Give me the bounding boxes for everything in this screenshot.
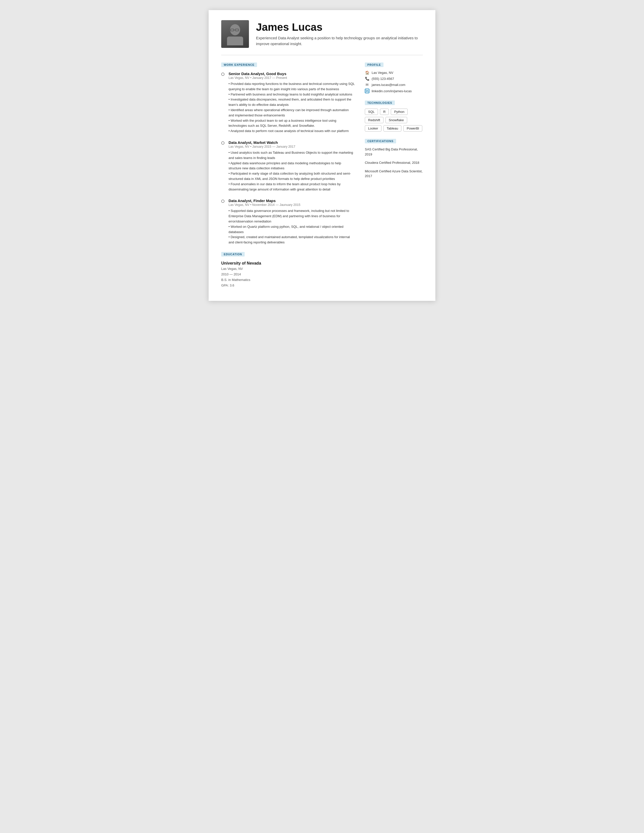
edu-years: 2010 — 2014 [221, 272, 355, 277]
linkedin-icon: in [365, 89, 369, 93]
technologies-section: TECHNOLOGIES SQLRPythonRedshiftSnowflake… [365, 100, 423, 132]
job-meta-1: Las Vegas, NV • January 2017 — Present [228, 76, 355, 80]
education-section: EDUCATION University of Nevada Las Vegas… [221, 252, 355, 288]
job-entry-1: Senior Data Analyst, Good Buys Las Vegas… [221, 72, 355, 134]
edu-degree: B.S. in Mathematics [221, 277, 355, 283]
job-title-1: Senior Data Analyst, Good Buys [228, 72, 355, 76]
tech-badge-looker: Looker [365, 125, 381, 132]
phone-icon: 📞 [365, 77, 369, 80]
svg-rect-1 [227, 37, 243, 45]
job-content-3: Data Analyst, Finder Maps Las Vegas, NV … [228, 199, 355, 245]
job-title-3: Data Analyst, Finder Maps [228, 199, 355, 203]
phone-text: (555) 123-4567 [372, 77, 394, 80]
cert-item: Microsoft Certified Azure Data Scientist… [365, 169, 423, 178]
candidate-tagline: Experienced Data Analyst seeking a posit… [256, 35, 423, 47]
location-text: Las Vegas, NV [372, 71, 393, 75]
candidate-name: James Lucas [256, 21, 423, 33]
certifications-label: CERTIFICATIONS [365, 139, 396, 143]
left-column: WORK EXPERIENCE Senior Data Analyst, Goo… [221, 62, 355, 288]
location-icon: 🏠 [365, 71, 369, 75]
avatar-image [221, 20, 249, 48]
job-bullet-col-2 [221, 140, 225, 192]
job-title-2: Data Analyst, Market Watch [228, 140, 355, 145]
job-content-2: Data Analyst, Market Watch Las Vegas, NV… [228, 140, 355, 192]
job-bullets-2: • Used analytics tools such as Tableau a… [228, 150, 355, 192]
tech-badge-tableau: Tableau [384, 125, 401, 132]
main-columns: WORK EXPERIENCE Senior Data Analyst, Goo… [221, 62, 423, 288]
avatar [221, 20, 249, 48]
tech-grid: SQLRPythonRedshiftSnowflakeLookerTableau… [365, 109, 423, 132]
job-bullets-1: • Provided data reporting functions to t… [228, 81, 355, 134]
job-bullet-col-3 [221, 199, 225, 245]
right-column: PROFILE 🏠 Las Vegas, NV 📞 (555) 123-4567… [365, 62, 423, 288]
job-entry-3: Data Analyst, Finder Maps Las Vegas, NV … [221, 199, 355, 245]
cert-item: SAS Certified Big Data Professional, 201… [365, 147, 423, 157]
tech-badge-sql: SQL [365, 109, 378, 115]
edu-school: University of Nevada [221, 261, 355, 265]
linkedin-text: linkedin.com/in/james-lucas [372, 89, 412, 93]
certifications-list: SAS Certified Big Data Professional, 201… [365, 147, 423, 178]
header-info: James Lucas Experienced Data Analyst see… [256, 21, 423, 47]
job-meta-2: Las Vegas, NV • January 2015 — January 2… [228, 145, 355, 148]
tech-badge-snowflake: Snowflake [385, 117, 407, 123]
tech-badge-redshift: Redshift [365, 117, 384, 123]
job-circle-1 [221, 72, 225, 76]
resume-paper: James Lucas Experienced Data Analyst see… [209, 10, 435, 301]
certifications-section: CERTIFICATIONS SAS Certified Big Data Pr… [365, 138, 423, 178]
technologies-label: TECHNOLOGIES [365, 101, 395, 105]
header-divider [221, 55, 423, 55]
cert-item: Cloudera Certified Professional, 2018 [365, 160, 423, 165]
tech-badge-r: R [380, 109, 389, 115]
education-label: EDUCATION [221, 252, 245, 257]
profile-email: ✉ james.lucas@mail.com [365, 83, 423, 87]
header: James Lucas Experienced Data Analyst see… [221, 20, 423, 48]
profile-label: PROFILE [365, 63, 384, 67]
job-bullets-3: • Supported data governance processes an… [228, 208, 355, 245]
job-bullet-col-1 [221, 72, 225, 134]
job-circle-2 [221, 142, 225, 145]
job-circle-3 [221, 199, 225, 203]
job-content-1: Senior Data Analyst, Good Buys Las Vegas… [228, 72, 355, 134]
profile-linkedin: in linkedin.com/in/james-lucas [365, 89, 423, 93]
work-experience-section: WORK EXPERIENCE Senior Data Analyst, Goo… [221, 62, 355, 245]
email-icon: ✉ [365, 83, 369, 87]
job-entry-2: Data Analyst, Market Watch Las Vegas, NV… [221, 140, 355, 192]
tech-badge-powerbi: PowerBI [403, 125, 422, 132]
edu-gpa: GPA: 3.6 [221, 283, 355, 288]
email-text: james.lucas@mail.com [372, 83, 405, 87]
profile-phone: 📞 (555) 123-4567 [365, 77, 423, 80]
profile-location: 🏠 Las Vegas, NV [365, 71, 423, 75]
edu-city: Las Vegas, NV [221, 266, 355, 272]
job-meta-3: Las Vegas, NV • November 2014 — Jaunuary… [228, 203, 355, 207]
work-experience-label: WORK EXPERIENCE [221, 63, 257, 67]
profile-section: PROFILE 🏠 Las Vegas, NV 📞 (555) 123-4567… [365, 62, 423, 93]
tech-badge-python: Python [391, 109, 408, 115]
